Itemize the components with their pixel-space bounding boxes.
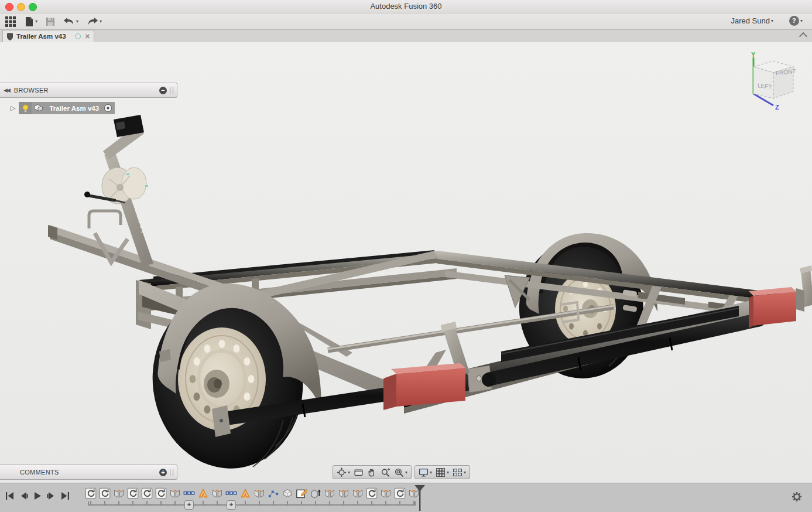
timeline-feature-joint[interactable]	[324, 487, 335, 499]
link-icon	[366, 487, 378, 499]
document-tab[interactable]: Trailer Asm v43 ✕	[2, 30, 94, 42]
timeline-tick	[203, 501, 204, 504]
file-menu-button[interactable]: ▾	[25, 16, 37, 27]
file-doc-icon	[25, 16, 34, 27]
timeline-feature-joint[interactable]	[169, 487, 181, 499]
browser-tree-row[interactable]: ▷ Trailer Asm v43	[11, 102, 177, 114]
visibility-bulb-icon[interactable]	[19, 102, 32, 114]
timeline-tick	[90, 501, 91, 504]
play-button[interactable]	[33, 491, 42, 503]
undo-button[interactable]: ▾	[63, 17, 78, 26]
activate-component-radio[interactable]	[104, 104, 112, 112]
pan-button[interactable]	[365, 466, 379, 478]
step-back-button[interactable]	[20, 491, 28, 503]
go-to-end-button[interactable]	[60, 491, 70, 503]
go-to-start-button[interactable]	[5, 491, 15, 503]
browser-panel: ◀◀ BROWSER − ▷ Trailer Asm v43	[0, 83, 177, 114]
timeline-feature-link[interactable]	[127, 487, 139, 499]
joint-icon	[380, 487, 392, 499]
sketch-points-icon	[268, 487, 279, 499]
orbit-button[interactable]: ▾	[335, 466, 352, 478]
timeline-feature-extrude[interactable]	[310, 487, 321, 499]
link-icon	[155, 487, 167, 499]
timeline-tick	[245, 501, 246, 504]
timeline-feature-rigid-group[interactable]	[239, 487, 251, 499]
save-button[interactable]	[46, 17, 55, 26]
fit-button[interactable]: ▾	[392, 466, 409, 478]
timeline-feature-pattern[interactable]	[183, 487, 195, 499]
timeline-feature-joint[interactable]	[113, 487, 125, 499]
document-icon	[6, 33, 13, 40]
undo-arrow-icon	[63, 17, 75, 26]
save-floppy-icon	[46, 17, 55, 26]
window-title: Autodesk Fusion 360	[0, 2, 812, 11]
browser-header[interactable]: ◀◀ BROWSER −	[0, 83, 177, 98]
panel-grip[interactable]	[170, 469, 173, 476]
timeline-tick	[273, 501, 274, 504]
go-to-end-icon	[60, 491, 70, 500]
timeline-feature-link[interactable]	[85, 487, 97, 499]
timeline-tick	[301, 501, 302, 504]
comments-header[interactable]: COMMENTS +	[0, 465, 177, 480]
panel-grip[interactable]	[170, 87, 173, 94]
chevron-down-icon: ▾	[405, 470, 407, 475]
viewports-button[interactable]: ▾	[451, 466, 468, 478]
remove-panel-icon[interactable]: −	[159, 87, 167, 94]
timeline-group-expand-button[interactable]: +	[227, 500, 236, 510]
chevron-down-icon: ▾	[430, 470, 432, 475]
close-tab-icon[interactable]: ✕	[85, 33, 90, 40]
component-icon	[32, 102, 44, 114]
timeline-tick	[357, 501, 358, 504]
timeline-feature-link[interactable]	[141, 487, 153, 499]
timeline-tick	[343, 501, 344, 504]
help-menu[interactable]: ? ▾	[789, 16, 803, 26]
timeline-tick	[132, 501, 133, 504]
zoom-button[interactable]	[379, 466, 392, 478]
component-name: Trailer Asm v43	[49, 105, 99, 112]
timeline-feature-pattern[interactable]	[225, 487, 237, 499]
timeline-group-expand-button[interactable]: +	[184, 500, 194, 510]
timeline-feature-link[interactable]	[394, 487, 406, 499]
modeling-canvas[interactable]: Y Z LEFT FRONT ◀◀ BROWSER − ▷	[0, 42, 812, 483]
collapse-tabbar-icon[interactable]	[799, 32, 807, 40]
collapse-panel-icon[interactable]: ◀◀	[4, 87, 9, 93]
timeline-tick	[217, 501, 218, 504]
timeline-feature-rigid-group[interactable]	[197, 487, 209, 499]
apps-grid-icon	[5, 16, 16, 28]
viewports-icon	[453, 467, 462, 477]
help-icon: ?	[789, 16, 799, 26]
viewcube[interactable]: Y Z LEFT FRONT	[739, 52, 804, 116]
look-at-button[interactable]	[352, 466, 365, 478]
timeline-feature-joint[interactable]	[352, 487, 364, 499]
timeline-feature-sketch[interactable]	[296, 487, 307, 499]
timeline-tick	[104, 501, 105, 504]
add-comment-icon[interactable]: +	[159, 469, 167, 476]
step-forward-button[interactable]	[47, 491, 55, 503]
display-settings-button[interactable]: ▾	[417, 466, 434, 478]
timeline-feature-link[interactable]	[366, 487, 378, 499]
joint-icon	[169, 487, 181, 499]
timeline-feature-link[interactable]	[155, 487, 167, 499]
timeline-tick	[413, 501, 414, 504]
timeline-feature-joint[interactable]	[253, 487, 265, 499]
timeline-tick	[315, 501, 316, 504]
timeline-feature-link[interactable]	[99, 487, 111, 499]
timeline-tick	[146, 501, 148, 504]
timeline-feature-sketch-points[interactable]	[268, 487, 279, 499]
timeline-feature-joint[interactable]	[338, 487, 350, 499]
account-menu[interactable]: Jared Sund ▾	[731, 16, 773, 25]
timeline-tick	[174, 501, 176, 504]
rigid-group-icon	[239, 487, 251, 499]
grid-settings-button[interactable]: ▾	[434, 466, 451, 478]
app-launcher-button[interactable]	[5, 16, 16, 28]
saved-status-icon	[75, 33, 81, 39]
timeline-feature-joint[interactable]	[211, 487, 223, 499]
redo-button[interactable]: ▾	[87, 17, 102, 26]
timeline-feature-joint[interactable]	[408, 487, 420, 499]
chevron-down-icon: ▾	[447, 470, 449, 475]
timeline-feature-body[interactable]	[282, 487, 293, 499]
preferences-button[interactable]	[791, 491, 803, 505]
expand-node-icon[interactable]: ▷	[11, 104, 15, 112]
comments-title: COMMENTS	[4, 469, 159, 476]
timeline-feature-joint[interactable]	[380, 487, 392, 499]
